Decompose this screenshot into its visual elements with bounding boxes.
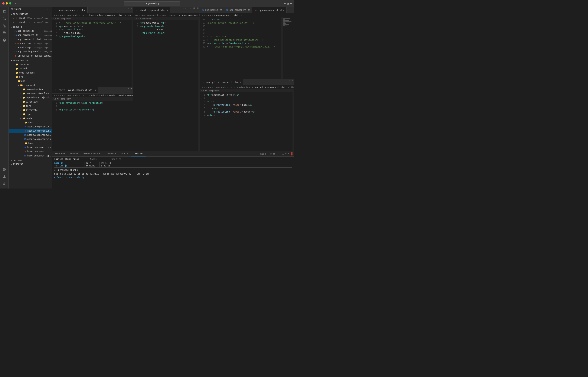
tab-more-button[interactable]: ···	[288, 79, 294, 85]
outline-header[interactable]: › OUTLINE	[9, 159, 52, 162]
home-code-editor[interactable]: 1 <!-- <app-layout>this is home</app-lay…	[52, 20, 132, 87]
tab-more-button[interactable]: ···	[127, 87, 133, 93]
terminal-expand-button[interactable]: ∧	[282, 153, 284, 155]
terminal-more-button[interactable]: ···	[277, 153, 281, 155]
open-editor-about-2[interactable]: ✕ ◇ about.component.html src/app/compo..…	[9, 20, 52, 24]
terminal-content[interactable]: Initial Chunk Files Names Raw Size main.…	[52, 157, 294, 188]
tab-route-layout[interactable]: ◇ route-layout.component.html ×	[52, 87, 98, 93]
activity-extensions[interactable]	[1, 37, 8, 43]
group4-header[interactable]: ▾ GROUP 4	[9, 25, 52, 29]
terminal-collapse-button[interactable]: ∨	[285, 153, 287, 155]
tab-close-button[interactable]: ×	[240, 81, 241, 83]
close-button[interactable]	[2, 2, 4, 4]
scrollbar[interactable]	[281, 17, 283, 79]
terminal-split-button[interactable]: ⊞	[270, 153, 271, 155]
folder-angular[interactable]: › 📁 .angular	[9, 62, 52, 67]
folder-home[interactable]: ▾ 📂 home	[9, 141, 52, 145]
layout-icon[interactable]: ⊟	[284, 2, 286, 5]
activity-settings[interactable]	[1, 181, 8, 187]
tab-output[interactable]: OUTPUT	[68, 151, 81, 156]
tab-close-button[interactable]: ×	[95, 89, 96, 91]
tab-ports[interactable]: PORTS	[119, 151, 131, 156]
file-about-ts[interactable]: TS about.component.ts	[9, 137, 52, 141]
group4-app-module[interactable]: TS app.module.ts src/app	[9, 29, 52, 33]
tab-close-button[interactable]: ×	[167, 9, 168, 12]
tab-more-button[interactable]: ···	[182, 7, 188, 13]
activity-scm[interactable]	[1, 23, 8, 29]
folder-pipe[interactable]: › 📁 pipe	[9, 112, 52, 116]
group4-about-ts[interactable]: ✕ ◇ about.component.ts src/app/compo...	[9, 41, 52, 46]
folder-components[interactable]: ▾ 📂 components	[9, 83, 52, 87]
folder-component-template[interactable]: › 📁 component-template	[9, 91, 52, 95]
open-editor-about-dirty[interactable]: ✕ ◇ about.component.html src/app/compo..…	[9, 16, 52, 20]
file-home-css[interactable]: # home.component.css	[9, 145, 52, 150]
folder-vscode[interactable]: › 📁 .vscode	[9, 67, 52, 71]
tab-terminal[interactable]: TERMINAL	[131, 151, 146, 156]
activity-explorer[interactable]	[1, 8, 8, 15]
nav-back-button[interactable]: ‹	[14, 1, 17, 5]
folder-dependency-injection[interactable]: › 📁 dependency-injection	[9, 95, 52, 100]
app-component-code-editor[interactable]: 61 </nav> 62 <router-outlet></router-out…	[200, 17, 281, 79]
file-home-html[interactable]: ◇ home.component.html	[9, 150, 52, 154]
main-js-link[interactable]: main.js	[54, 162, 83, 164]
about-code-editor[interactable]: 1 <p>about works!</p> 2 <app-route-layou…	[133, 20, 198, 151]
tab-about-html[interactable]: ◇ about.component.html ×	[133, 7, 170, 13]
nav-forward-button[interactable]: ›	[18, 1, 20, 5]
global-search-input[interactable]	[124, 1, 180, 5]
tab-comments[interactable]: COMMENTS	[103, 151, 119, 156]
minimize-button[interactable]	[6, 2, 8, 4]
goto-component-home[interactable]: Go to component	[52, 17, 133, 20]
folder-app[interactable]: ▾ 📂 app	[9, 79, 52, 83]
runtime-js-link[interactable]: runtime.js	[54, 164, 83, 167]
file-about-spec[interactable]: TS about.component.spec.ts	[9, 133, 52, 137]
folder-about[interactable]: ▾ 📂 about	[9, 120, 52, 125]
group4-app-component-ts[interactable]: TS app.component.ts src/app	[9, 33, 52, 37]
folder-form[interactable]: › 📁 form	[9, 104, 52, 108]
maximize-button[interactable]	[9, 2, 11, 4]
scrollbar[interactable]	[292, 92, 294, 151]
split-editor-button[interactable]: ⊡	[192, 7, 196, 13]
run-button[interactable]: ▷	[188, 7, 192, 13]
tab-debug-console[interactable]: DEBUG CONSOLE	[81, 151, 103, 156]
terminal-add-button[interactable]: +	[267, 153, 269, 155]
terminal-delete-button[interactable]: 🗑	[273, 153, 275, 155]
open-editors-header[interactable]: ▾ OPEN EDITORS	[9, 12, 52, 16]
tab-app-component-ts[interactable]: TS app.component.ts	[224, 7, 253, 13]
folder-src[interactable]: ▾ 📂 src	[9, 75, 52, 79]
layout-button[interactable]: ⊞	[196, 7, 200, 13]
route-layout-code-editor[interactable]: 1 <app-navigation></app-navigation> 2 3 …	[52, 100, 133, 151]
search-area[interactable]	[21, 1, 283, 5]
group4-about-html[interactable]: ◇ about.component.html src/app/compo...	[9, 46, 52, 50]
timeline-header[interactable]: › TIMELINE	[9, 162, 52, 166]
scrollbar[interactable]	[132, 20, 133, 87]
activity-search[interactable]	[1, 15, 8, 22]
activity-accounts[interactable]	[1, 173, 8, 180]
tab-close-button[interactable]: ×	[283, 9, 285, 12]
folder-lifecycle[interactable]: › 📁 lifecycle	[9, 108, 52, 112]
tab-app-module[interactable]: TS app.module.ts	[200, 7, 224, 13]
folder-route[interactable]: ▾ 📂 route	[9, 116, 52, 120]
folder-communication[interactable]: › 📁 communication	[9, 87, 52, 91]
activity-remote[interactable]	[1, 166, 8, 173]
tab-more-button[interactable]: ···	[127, 7, 133, 13]
goto-component-about[interactable]: Go to component	[133, 17, 200, 20]
group4-lifecycle[interactable]: ◇ lifecycle-on-update.component.html...	[9, 54, 52, 58]
window-controls[interactable]	[2, 2, 11, 4]
folder-node-modules[interactable]: › 📁 node_modules	[9, 71, 52, 75]
file-about-html[interactable]: ◇ about.component.html	[9, 129, 52, 133]
layout2-icon[interactable]: ▣	[287, 2, 289, 5]
activity-debug[interactable]	[1, 30, 8, 36]
tab-close-button[interactable]: ×	[84, 9, 86, 12]
angular-study-header[interactable]: ▾ ANGULAR-STUDY	[9, 59, 52, 62]
terminal-close-button[interactable]: ×	[288, 153, 289, 155]
sidebar-menu-button[interactable]: ···	[46, 8, 50, 10]
nav-buttons[interactable]: ‹ ›	[14, 1, 20, 5]
navigation-code-editor[interactable]: 1 <p>navigation works!</p> 2 3 <div>	[200, 92, 292, 151]
scrollbar[interactable]	[198, 20, 200, 151]
goto-component-route-layout[interactable]: Go to component	[52, 97, 133, 100]
group4-routing[interactable]: TS app-routing.module.ts src/app	[9, 50, 52, 54]
tab-home-html[interactable]: ◇ home.component.html ×	[52, 7, 88, 13]
layout3-icon[interactable]: ⊞	[290, 2, 292, 5]
file-about-css[interactable]: # about.component.css	[9, 125, 52, 129]
group4-app-component-html[interactable]: ◇ app.component.html src/app	[9, 37, 52, 41]
